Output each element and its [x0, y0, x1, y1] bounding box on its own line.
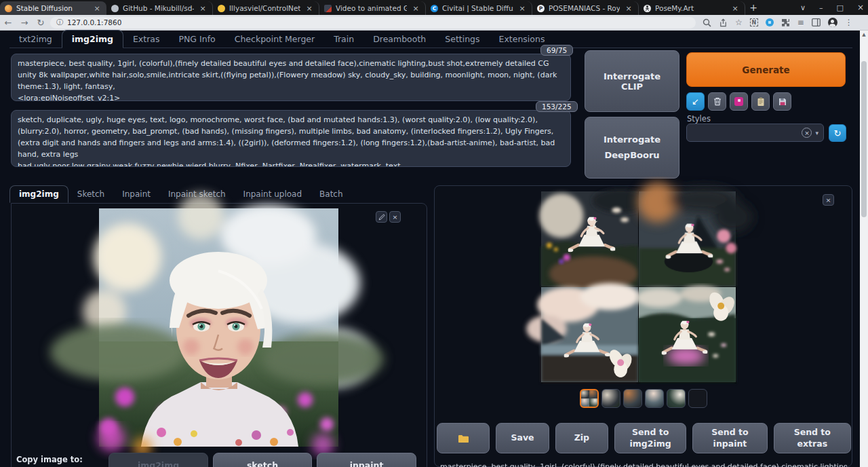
- source-image-portrait[interactable]: [99, 208, 338, 447]
- send-to-img2img-button[interactable]: Send to img2img: [614, 423, 686, 453]
- copy-to-inpaint-button[interactable]: inpaint: [317, 453, 416, 467]
- zip-button[interactable]: Zip: [555, 423, 608, 453]
- tab-title: Stable Diffusion: [16, 4, 88, 12]
- tab-checkpoint-merger[interactable]: Checkpoint Merger: [225, 31, 324, 48]
- prompt-tools: ↙: [686, 92, 791, 111]
- tab-close-icon[interactable]: ×: [624, 4, 633, 13]
- extra-networks-button[interactable]: [730, 92, 748, 111]
- subtab-inpaint[interactable]: Inpaint: [113, 186, 159, 202]
- browser-tab-posemaniacs[interactable]: P POSEMANIACS - Royalty free 3 ×: [532, 1, 639, 15]
- gallery-image-3[interactable]: [541, 287, 638, 382]
- open-folder-button[interactable]: [437, 423, 490, 453]
- generate-button[interactable]: Generate: [686, 52, 846, 87]
- tab-dreambooth[interactable]: Dreambooth: [363, 31, 435, 48]
- tab-close-icon[interactable]: ×: [411, 4, 420, 13]
- browser-menu-icon[interactable]: ⋮: [845, 18, 853, 27]
- generation-info-text: masterpiece, best quality, 1girl, (color…: [440, 462, 847, 467]
- save-button[interactable]: Save: [496, 423, 549, 453]
- subtab-sketch[interactable]: Sketch: [68, 186, 113, 202]
- tab-close-icon[interactable]: ×: [730, 4, 740, 13]
- stable-diffusion-webui: txt2img img2img Extras PNG Info Checkpoi…: [0, 31, 860, 467]
- send-to-extras-button[interactable]: Send to extras: [774, 423, 851, 453]
- subtab-img2img[interactable]: img2img: [9, 185, 68, 203]
- tab-settings[interactable]: Settings: [435, 31, 489, 48]
- extension-n-icon[interactable]: N: [750, 18, 758, 26]
- send-to-inpaint-button[interactable]: Send to inpaint: [692, 423, 767, 453]
- stable-diffusion-favicon: [5, 5, 12, 12]
- styles-caret-icon: ▾: [815, 130, 818, 136]
- tab-search-icon[interactable]: ∨: [800, 3, 806, 12]
- close-icon: ×: [393, 213, 398, 221]
- subtab-batch[interactable]: Batch: [311, 186, 352, 202]
- thumbnail-3[interactable]: [623, 389, 642, 408]
- thumbnail-6[interactable]: [688, 389, 707, 408]
- reading-list-icon[interactable]: ≡: [797, 18, 804, 27]
- tab-close-icon[interactable]: ×: [198, 4, 208, 13]
- browser-tab-github[interactable]: GitHub - Mikubill/sd-webui-con ×: [106, 1, 213, 15]
- gallery-image-2[interactable]: [639, 191, 736, 286]
- scrollbar-thumb[interactable]: [861, 61, 867, 217]
- tab-img2img[interactable]: img2img: [62, 30, 123, 48]
- forward-button[interactable]: →: [16, 18, 33, 28]
- remove-image-button[interactable]: ×: [389, 211, 401, 223]
- image-edit-controls: ×: [376, 211, 401, 223]
- browser-tab-controlnet[interactable]: Illyasviel/ControlNet at main ×: [213, 1, 319, 15]
- tab-close-icon[interactable]: ×: [517, 4, 527, 13]
- subtab-inpaint-upload[interactable]: Inpaint upload: [235, 186, 311, 202]
- clear-prompt-button[interactable]: [708, 92, 726, 111]
- browser-tab-posemyart[interactable]: PoseMy.Art ×: [639, 1, 745, 15]
- side-panel-icon[interactable]: [812, 18, 821, 26]
- close-icon: ×: [826, 196, 831, 204]
- copy-to-sketch-button[interactable]: sketch: [213, 453, 312, 467]
- tab-train[interactable]: Train: [324, 31, 363, 48]
- new-tab-button[interactable]: +: [745, 1, 762, 15]
- back-button[interactable]: ←: [0, 18, 16, 28]
- thumbnail-5[interactable]: [667, 389, 686, 408]
- window-minimize-button[interactable]: –: [819, 3, 823, 12]
- window-maximize-button[interactable]: □: [837, 3, 844, 12]
- apply-styles-button[interactable]: [751, 92, 770, 111]
- reload-button[interactable]: ↻: [33, 18, 49, 28]
- scrollbar-up-arrow[interactable]: ▲: [860, 32, 868, 37]
- refresh-styles-button[interactable]: ↻: [829, 124, 846, 142]
- window-controls: ∨ – □ ×: [800, 0, 864, 15]
- styles-clear-icon[interactable]: ×: [802, 128, 812, 138]
- browser-tab-civitai[interactable]: C Civitai | Stable Diffusion model ×: [426, 1, 532, 15]
- zoom-icon[interactable]: [703, 18, 711, 27]
- controlnet-favicon: [218, 5, 225, 12]
- extensions-puzzle-icon[interactable]: [781, 18, 790, 27]
- thumbnail-grid-selected[interactable]: [580, 389, 599, 408]
- share-icon[interactable]: [719, 18, 728, 27]
- styles-dropdown[interactable]: × ▾: [686, 124, 824, 142]
- gallery-actions: Save Zip Send to img2img Send to inpaint…: [436, 423, 852, 453]
- prompt-input[interactable]: masterpiece, best quality, 1girl, (color…: [11, 54, 571, 101]
- posemaniacs-favicon: P: [537, 5, 545, 12]
- tab-png-info[interactable]: PNG Info: [169, 31, 224, 48]
- interrogate-deepbooru-button[interactable]: Interrogate DeepBooru: [585, 117, 679, 179]
- copy-image-to-label: Copy image to:: [16, 455, 83, 464]
- gallery-close-button[interactable]: ×: [823, 194, 834, 206]
- browser-tab-stable-diffusion[interactable]: Stable Diffusion ×: [0, 1, 106, 15]
- edit-image-button[interactable]: [376, 211, 387, 223]
- thumbnail-2[interactable]: [601, 389, 620, 408]
- thumbnail-4[interactable]: [645, 389, 664, 408]
- address-bar[interactable]: ⓘ 127.0.0.1:7860: [50, 17, 696, 29]
- save-style-button[interactable]: [773, 92, 791, 111]
- gallery-image-1[interactable]: [541, 191, 638, 286]
- tab-close-icon[interactable]: ×: [304, 4, 314, 13]
- gallery-image-4[interactable]: [639, 287, 736, 382]
- extension-blue-icon[interactable]: [766, 18, 774, 26]
- browser-tab-gif-converter[interactable]: Video to animated GIF converter ×: [319, 1, 426, 15]
- tab-title: Video to animated GIF converter: [336, 4, 407, 12]
- tab-extras[interactable]: Extras: [123, 31, 170, 48]
- interrogate-clip-button[interactable]: Interrogate CLIP: [585, 50, 679, 112]
- paste-parameters-button[interactable]: ↙: [686, 92, 705, 111]
- profile-avatar[interactable]: [828, 18, 837, 27]
- tab-close-icon[interactable]: ×: [92, 4, 102, 13]
- window-close-button[interactable]: ×: [857, 3, 864, 12]
- page-scrollbar[interactable]: ▲: [860, 31, 868, 467]
- bookmark-star-icon[interactable]: ☆: [735, 18, 743, 27]
- negative-prompt-input[interactable]: sketch, duplicate, ugly, huge eyes, text…: [11, 110, 571, 167]
- site-info-icon[interactable]: ⓘ: [56, 18, 63, 27]
- tab-txt2img[interactable]: txt2img: [9, 31, 62, 48]
